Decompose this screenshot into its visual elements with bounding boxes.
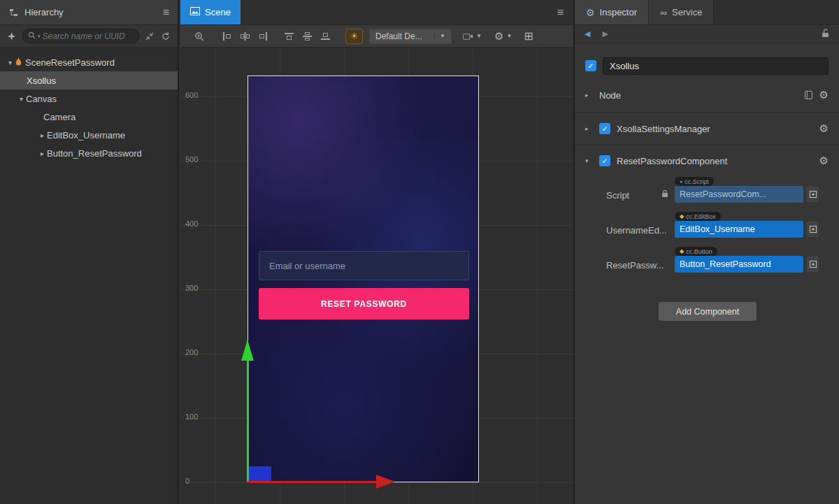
gear-icon[interactable]: ⚙ <box>819 89 829 101</box>
grid-view-icon[interactable]: ⊞ <box>524 29 533 43</box>
browse-node-button[interactable] <box>806 221 819 238</box>
gear-icon[interactable]: ⚙ <box>819 154 829 167</box>
tab-inspector[interactable]: ⚙ Inspector <box>575 0 649 24</box>
tab-service[interactable]: ∞ Service <box>649 0 714 24</box>
hierarchy-menu-icon[interactable]: ≡ <box>163 6 169 19</box>
inspector-panel: ⚙ Inspector ∞ Service ◀ ▶ ✓ ▸ Node ⚙ ▸ <box>573 0 839 504</box>
service-tab-label: Service <box>672 7 702 17</box>
y-axis-gizmo[interactable] <box>247 360 249 482</box>
align-right-edge-icon[interactable] <box>259 32 268 41</box>
resolution-dropdown[interactable]: Default De... ▼ <box>369 29 452 44</box>
unlock-icon[interactable] <box>822 29 829 40</box>
search-icon <box>28 31 36 41</box>
align-bottom-edge-icon[interactable] <box>321 32 330 41</box>
settings-manager-section-header[interactable]: ▸ ✓ XsollaSettingsManager ⚙ <box>575 119 839 138</box>
caret-right-icon[interactable]: ▸ <box>38 150 47 157</box>
check-icon: ✓ <box>601 157 608 166</box>
caret-down-icon[interactable]: ▾ <box>585 157 593 164</box>
resolution-dropdown-label: Default De... <box>375 31 422 41</box>
tree-item-label: Camera <box>43 112 76 122</box>
hierarchy-header: Hierarchy ≡ <box>0 0 178 25</box>
component-enabled-checkbox[interactable]: ✓ <box>599 123 610 134</box>
ruler-label: 0 <box>185 477 189 485</box>
chevron-down-icon: ▼ <box>434 33 445 39</box>
hierarchy-search[interactable]: ▾ <box>22 29 139 43</box>
search-filter-caret-icon[interactable]: ▾ <box>38 34 41 39</box>
email-placeholder: Email or username <box>269 261 345 271</box>
align-middle-horizontal-icon[interactable] <box>303 32 312 41</box>
type-badge-button: ◆ cc.Button <box>675 247 717 256</box>
tree-item-button-resetpassword[interactable]: ▸ Button_ResetPassword <box>0 144 178 162</box>
align-top-edge-icon[interactable] <box>285 32 294 41</box>
scene-settings-dropdown[interactable]: ⚙ ▼ <box>494 30 512 43</box>
caret-right-icon[interactable]: ▸ <box>585 125 593 132</box>
caret-down-icon[interactable]: ▾ <box>17 95 26 103</box>
hierarchy-icon <box>8 8 20 17</box>
align-left-edge-icon[interactable] <box>222 32 231 41</box>
caret-right-icon[interactable]: ▸ <box>585 92 593 99</box>
tree-item-scene-root[interactable]: ▾ SceneResetPassword <box>0 53 178 71</box>
caret-right-icon[interactable]: ▸ <box>38 131 47 139</box>
camera-view-dropdown[interactable]: ▼ <box>463 32 482 41</box>
refresh-icon[interactable] <box>160 32 171 41</box>
caret-down-icon[interactable]: ▾ <box>6 59 15 66</box>
origin-handle[interactable] <box>248 466 271 482</box>
sun-icon: ☀ <box>350 31 359 41</box>
ruler-label: 600 <box>185 91 198 99</box>
x-axis-arrowhead-icon <box>376 475 395 489</box>
collapse-all-icon[interactable] <box>144 32 155 41</box>
history-forward-button[interactable]: ▶ <box>602 29 608 38</box>
email-editbox-preview[interactable]: Email or username <box>259 251 469 280</box>
tab-scene[interactable]: Scene <box>180 0 241 24</box>
scene-toolbar: ☀ Default De... ▼ ▼ ⚙ ▼ ⊞ <box>180 25 573 48</box>
scene-menu-icon[interactable]: ≡ <box>557 0 564 25</box>
hierarchy-panel: Hierarchy ≡ + ▾ ▾ SceneResetPassword Xs <box>0 0 179 504</box>
hierarchy-tree: ▾ SceneResetPassword Xsollus ▾ Canvas Ca… <box>0 48 178 162</box>
tree-item-label: Canvas <box>26 94 57 104</box>
tree-item-label: EditBox_Username <box>47 130 125 141</box>
type-badge-script: ● cc.Script <box>675 177 714 186</box>
node-name-row: ✓ <box>585 57 829 75</box>
script-reference-field[interactable]: ResetPasswordCom... <box>675 186 803 203</box>
script-reference-value: ResetPasswordCom... <box>680 189 766 199</box>
reference-value: Button_ResetPassword <box>680 259 771 269</box>
hierarchy-title: Hierarchy <box>24 7 64 17</box>
align-center-vertical-icon[interactable] <box>241 32 250 41</box>
reset-password-button-preview[interactable]: RESET PASSWORD <box>259 288 469 319</box>
property-label-username: UsernameEd... <box>606 225 667 236</box>
canvas-preview[interactable]: Email or username RESET PASSWORD <box>248 75 479 482</box>
property-label-script: Script <box>606 190 629 201</box>
type-badge-label: cc.Script <box>684 178 709 185</box>
add-component-button[interactable]: Add Component <box>659 302 756 321</box>
gear-icon[interactable]: ⚙ <box>819 122 829 135</box>
add-node-button[interactable]: + <box>6 29 17 43</box>
gizmo-light-toggle[interactable]: ☀ <box>345 29 363 44</box>
type-badge-label: cc.Button <box>686 248 712 255</box>
username-editbox-reference-field[interactable]: EditBox_Username <box>675 221 803 238</box>
y-axis-arrowhead-icon <box>241 340 254 361</box>
history-back-button[interactable]: ◀ <box>585 29 590 38</box>
node-section-label: Node <box>599 90 621 101</box>
reset-password-component-header[interactable]: ▾ ✓ ResetPasswordComponent ⚙ <box>575 151 839 171</box>
node-name-field[interactable] <box>603 57 829 75</box>
node-section-header[interactable]: ▸ Node ⚙ <box>575 85 839 105</box>
tree-item-xsollus[interactable]: Xsollus <box>0 71 178 89</box>
component-enabled-checkbox[interactable]: ✓ <box>599 155 610 166</box>
scene-tab-label: Scene <box>205 7 231 17</box>
reset-button-reference-field[interactable]: Button_ResetPassword <box>675 256 803 273</box>
node-active-checkbox[interactable]: ✓ <box>585 60 596 71</box>
reset-password-label: RESET PASSWORD <box>321 299 407 309</box>
x-axis-gizmo[interactable] <box>248 481 376 483</box>
tree-item-editbox-username[interactable]: ▸ EditBox_Username <box>0 126 178 144</box>
search-input[interactable] <box>43 31 133 41</box>
check-icon: ✓ <box>601 124 608 134</box>
journal-icon[interactable] <box>804 91 813 99</box>
browse-node-button[interactable] <box>806 256 819 273</box>
inspector-tab-label: Inspector <box>600 7 637 17</box>
scene-viewport[interactable]: 600 500 400 300 200 100 0 Email or usern… <box>180 48 573 504</box>
tree-item-canvas[interactable]: ▾ Canvas <box>0 89 178 108</box>
browse-asset-button[interactable] <box>806 186 819 203</box>
check-icon: ✓ <box>587 62 594 71</box>
tree-item-camera[interactable]: Camera <box>0 108 178 126</box>
zoom-icon[interactable] <box>194 31 204 41</box>
